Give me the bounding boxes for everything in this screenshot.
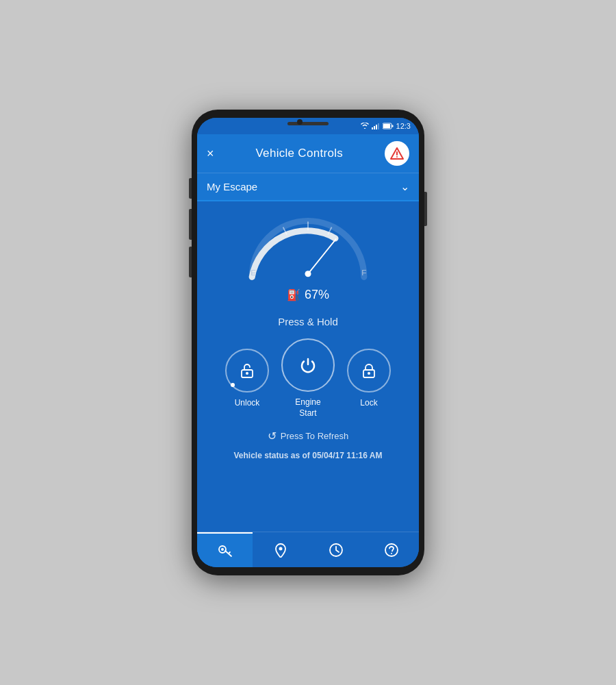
time-display: 12:3: [396, 122, 411, 130]
nav-item-history[interactable]: [308, 532, 363, 567]
unlock-button[interactable]: Unlock: [225, 349, 269, 409]
lock-label: Lock: [360, 398, 377, 409]
svg-point-26: [385, 544, 398, 556]
engine-start-button[interactable]: Engine Start: [281, 338, 335, 419]
svg-rect-3: [378, 123, 379, 129]
vehicle-name: My Escape: [207, 181, 257, 192]
nav-item-support[interactable]: [363, 532, 419, 567]
svg-rect-0: [372, 127, 373, 129]
refresh-icon: ↺: [268, 429, 277, 443]
svg-rect-5: [392, 125, 393, 127]
svg-line-12: [308, 239, 336, 274]
phone-screen: 12:3 × Vehicle Controls My Escape ⌄: [197, 118, 419, 567]
svg-rect-6: [383, 124, 390, 128]
fuel-gauge-svg: E F: [233, 218, 383, 286]
keys-icon: [218, 543, 233, 558]
power-icon: [296, 353, 320, 377]
fuel-gauge: E F: [233, 218, 383, 286]
alert-button[interactable]: [385, 141, 409, 166]
close-button[interactable]: ×: [207, 147, 214, 161]
svg-point-8: [396, 156, 398, 158]
main-content: E F ⛽ 67% Press & Hold: [197, 201, 419, 532]
vehicle-status-datetime: 05/04/17 11:16 AM: [312, 451, 382, 460]
controls-row: Unlock Engine Start: [225, 338, 391, 419]
bottom-nav: [197, 532, 419, 567]
unlock-active-dot: [231, 383, 235, 387]
svg-rect-2: [376, 125, 377, 129]
refresh-label: Press To Refresh: [281, 431, 348, 441]
header: × Vehicle Controls: [197, 134, 419, 173]
engine-start-label: Engine Start: [295, 397, 320, 419]
svg-point-23: [221, 548, 224, 551]
nav-item-keys[interactable]: [197, 532, 253, 567]
location-icon: [274, 543, 287, 558]
phone-frame: 12:3 × Vehicle Controls My Escape ⌄: [192, 110, 424, 575]
fuel-icon: ⛽: [287, 288, 300, 301]
nav-item-location[interactable]: [253, 532, 308, 567]
svg-point-27: [391, 553, 392, 554]
wifi-icon: [361, 123, 369, 129]
fuel-percent-value: 67%: [305, 288, 329, 302]
fuel-percent: ⛽ 67%: [287, 288, 329, 302]
svg-point-13: [305, 271, 311, 277]
engine-start-circle: [281, 338, 335, 392]
chevron-down-icon: ⌄: [400, 180, 409, 193]
svg-point-24: [279, 547, 282, 550]
lock-circle: [347, 349, 391, 393]
svg-line-22: [229, 552, 230, 553]
support-icon: [384, 543, 399, 558]
unlock-label: Unlock: [235, 398, 260, 409]
svg-text:E: E: [251, 268, 256, 277]
side-button-right: [424, 192, 427, 226]
triangle-alert-icon: [390, 147, 404, 160]
lock-icon: [359, 361, 378, 380]
vehicle-selector[interactable]: My Escape ⌄: [197, 173, 419, 201]
press-hold-label: Press & Hold: [278, 316, 338, 327]
status-bar: 12:3: [197, 118, 419, 134]
page-title: Vehicle Controls: [255, 147, 343, 160]
unlock-icon: [238, 361, 257, 380]
fuel-gauge-container: E F ⛽ 67%: [207, 212, 409, 305]
signal-icon: [372, 123, 380, 129]
battery-icon: [383, 123, 394, 129]
refresh-button[interactable]: ↺ Press To Refresh: [268, 429, 348, 443]
svg-point-19: [368, 372, 370, 375]
status-icons: 12:3: [361, 122, 411, 130]
svg-text:F: F: [361, 268, 366, 277]
side-button-left-bot: [189, 247, 192, 277]
svg-rect-1: [374, 126, 375, 129]
vehicle-status-text: Vehicle status as of 05/04/17 11:16 AM: [233, 451, 382, 460]
lock-button[interactable]: Lock: [347, 349, 391, 409]
side-button-left-mid: [189, 209, 192, 240]
svg-point-17: [246, 372, 248, 375]
history-icon: [329, 543, 344, 558]
unlock-circle: [225, 349, 269, 393]
side-button-left-top: [189, 178, 192, 199]
